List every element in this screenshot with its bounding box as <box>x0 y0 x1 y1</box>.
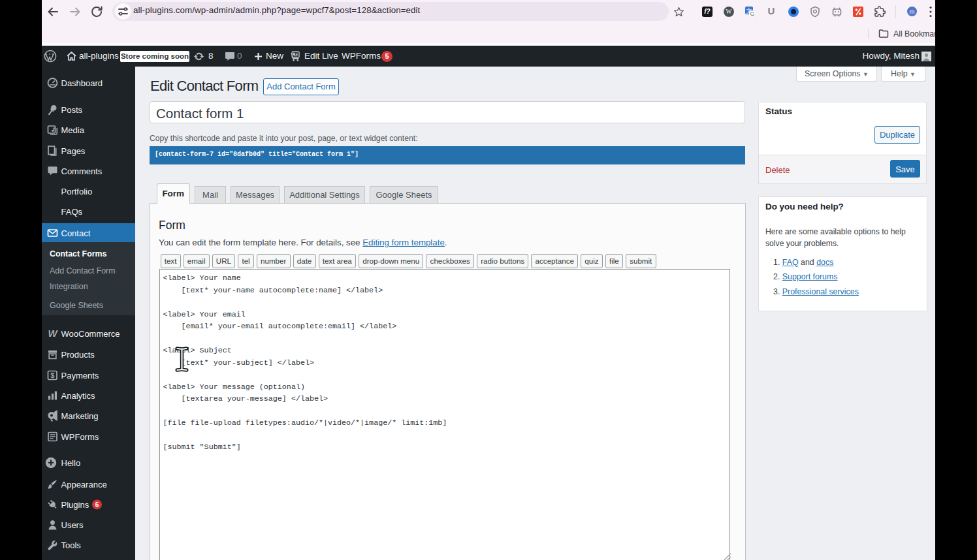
svg-text:W: W <box>726 8 732 15</box>
svg-text:G: G <box>750 10 754 17</box>
svg-text:$: $ <box>51 371 55 379</box>
svg-text:W: W <box>48 328 58 339</box>
